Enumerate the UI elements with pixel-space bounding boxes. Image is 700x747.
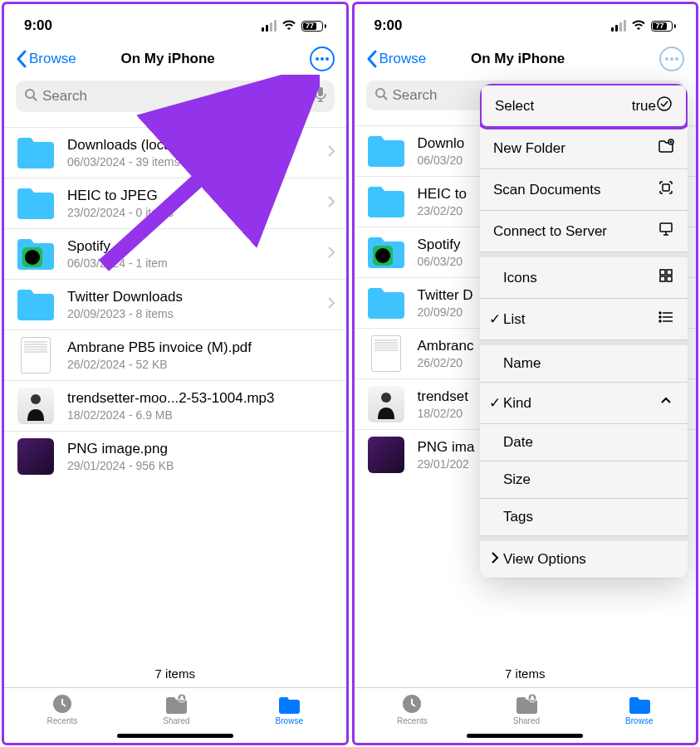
scan-icon [658,179,674,200]
menu-view-options[interactable]: View Options [480,541,688,579]
menu-select[interactable]: Selecttrue [480,84,688,129]
tab-browse[interactable]: Browse [276,693,303,725]
status-time: 9:00 [374,17,403,34]
folder-icon [366,286,406,320]
menu-icons-view[interactable]: Icons [480,257,688,299]
svg-point-0 [316,57,319,61]
folder-plus-icon [658,138,674,159]
tab-bar: Recents Shared Browse [355,687,697,729]
tab-shared[interactable]: Shared [513,693,540,725]
audio-thumbnail [366,388,406,421]
folder-icon [16,187,56,220]
folder-row[interactable]: Twitter Downloads20/09/2023 - 8 items [4,280,346,330]
svg-point-8 [31,394,41,404]
folder-row[interactable]: Spotify06/03/2024 - 1 item [4,229,346,280]
check-icon: ✓ [487,394,503,412]
nav-header: Browse On My iPhone [355,41,697,77]
svg-line-19 [384,96,387,100]
file-name: Twitter Downloads [67,289,316,305]
context-menu: Selecttrue New Folder Scan Documents Con… [480,84,688,579]
tab-recents[interactable]: Recents [47,693,78,725]
server-icon [658,221,674,242]
tab-browse[interactable]: Browse [625,693,653,725]
svg-rect-36 [660,276,665,281]
chevron-right-icon [328,145,335,160]
svg-point-21 [375,248,390,263]
page-title: On My iPhone [27,51,310,67]
svg-point-42 [659,316,661,318]
svg-point-26 [658,97,671,110]
chevron-right-icon [328,247,335,261]
check-icon: ✓ [487,310,503,328]
status-time: 9:00 [24,17,52,34]
file-name: PNG image.png [67,441,335,457]
menu-connect-server[interactable]: Connect to Server [480,211,688,252]
svg-point-15 [665,57,668,61]
file-row[interactable]: trendsetter-moo...2-53-1004.mp318/02/202… [4,381,346,432]
menu-sort-name[interactable]: Name [480,345,688,383]
svg-line-4 [33,97,37,100]
file-meta: 20/09/2023 - 8 items [67,307,316,320]
svg-rect-5 [318,87,323,96]
tab-recents[interactable]: Recents [397,693,428,725]
folder-row[interactable]: Downloads (local)06/03/2024 - 39 items [4,127,346,178]
item-count: 7 items [355,660,697,687]
search-icon [24,88,37,105]
file-name: Spotify [67,238,316,255]
folder-icon [16,237,56,271]
tab-label: Browse [625,716,653,725]
cellular-signal-icon [611,20,626,32]
file-meta: 06/03/2024 - 39 items [67,155,316,168]
tab-label: Browse [276,716,303,725]
microphone-icon[interactable] [315,87,326,105]
wifi-icon [631,18,646,33]
search-input[interactable] [42,88,310,105]
folder-icon [366,134,406,168]
file-row[interactable]: Ambrane PB5 invoice (M).pdf26/02/2024 - … [4,330,346,381]
folder-icon [366,185,406,218]
nav-header: Browse On My iPhone [4,41,346,77]
file-meta: 29/01/2024 - 956 KB [67,459,335,472]
svg-point-7 [25,250,40,265]
svg-point-17 [675,57,678,61]
svg-rect-30 [663,184,669,191]
folder-row[interactable]: HEIC to JPEG23/02/2024 - 0 items [4,178,346,229]
more-options-button[interactable] [310,46,335,71]
document-icon [366,337,406,370]
status-icons: 77 [611,18,676,33]
folder-icon [366,236,406,269]
file-name: Ambrane PB5 invoice (M).pdf [67,339,335,356]
menu-scan-documents[interactable]: Scan Documents [480,169,688,211]
tab-label: Recents [397,716,428,725]
menu-new-folder[interactable]: New Folder [480,128,688,169]
chevron-up-icon [658,393,674,413]
chevron-right-icon [487,551,503,568]
menu-list-view[interactable]: ✓ List [480,299,688,340]
file-name: HEIC to JPEG [67,188,316,204]
svg-rect-34 [660,270,665,275]
menu-sort-size[interactable]: Size [480,461,688,499]
svg-point-22 [381,393,391,403]
more-options-button[interactable] [659,46,684,71]
menu-sort-date[interactable]: Date [480,424,688,461]
chevron-right-icon [328,297,335,312]
home-indicator[interactable] [467,734,583,738]
tab-shared[interactable]: Shared [163,693,189,725]
file-row[interactable]: PNG image.png29/01/2024 - 956 KB [4,432,346,481]
file-meta: 26/02/2024 - 52 KB [67,358,335,371]
tab-bar: Recents Shared Browse [4,687,346,729]
menu-sort-tags[interactable]: Tags [480,499,688,536]
document-icon [16,339,56,372]
image-thumbnail [366,438,406,471]
svg-rect-37 [667,276,672,281]
status-icons: 77 [262,18,326,33]
home-indicator[interactable] [117,734,233,738]
menu-sort-kind[interactable]: ✓ Kind [480,383,688,424]
svg-point-18 [376,89,384,97]
checkmark-circle-icon [656,95,673,116]
svg-rect-31 [660,223,672,232]
phone-screen-right: 9:00 77 Browse On My iPhone Downlo06/03/… [352,2,699,745]
file-name: trendsetter-moo...2-53-1004.mp3 [67,390,335,407]
svg-point-1 [321,57,324,61]
search-bar[interactable] [16,81,335,112]
